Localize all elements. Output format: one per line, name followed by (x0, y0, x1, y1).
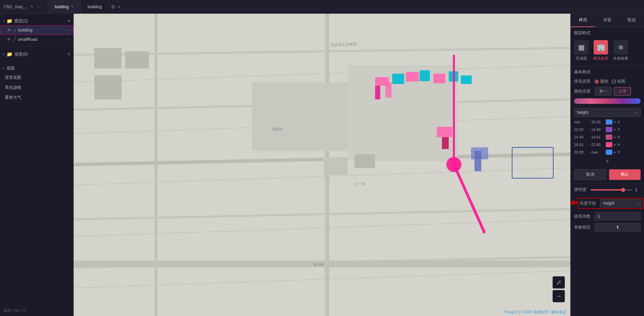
thingjs-link[interactable]: ThingJS (504, 310, 518, 314)
range-4-delete[interactable]: ✕ (617, 150, 620, 155)
tab-building-active[interactable]: building ✎ (48, 0, 80, 14)
opacity-label: 透明度 (574, 187, 588, 193)
fill-texture-radio[interactable] (612, 80, 616, 84)
svg-line-10 (74, 154, 570, 165)
basemap-background-label: 背景底图 (5, 75, 21, 81)
separator-3 (571, 195, 644, 196)
opacity-row: 透明度 1 (571, 185, 644, 194)
fill-label: 填充设置 (574, 78, 593, 84)
range-4-color[interactable] (606, 149, 612, 155)
color-single-btn[interactable]: 单一 (595, 87, 612, 96)
svg-line-9 (74, 99, 570, 110)
opacity-thumb[interactable] (621, 188, 625, 192)
scenes-title: 场景(0) (14, 51, 65, 57)
basemap-item-background[interactable]: 背景底图 (0, 73, 73, 83)
opacity-value: 1 (635, 187, 641, 192)
replace-model-input[interactable]: ⬆ (595, 223, 641, 231)
svg-rect-41 (512, 147, 553, 178)
layers-header[interactable]: ▾ 📁 图层(2) + (0, 16, 73, 25)
file-edit-icon[interactable]: ✎ (30, 5, 33, 9)
range-3-color[interactable] (606, 142, 612, 147)
range-3-arrow[interactable]: ▾ (614, 143, 616, 147)
service-link[interactable]: / 服务条款 (549, 310, 566, 314)
layers-section: ▾ 📁 图层(2) + 👁 ○ building ⋯ 👁 ╱ smallRoad… (0, 14, 73, 47)
red-arrow-icon (570, 199, 578, 207)
color-btn-group: 单一 分类 (595, 87, 631, 96)
svg-rect-26 (385, 82, 392, 98)
layer-smallroad-menu[interactable]: ⋯ (66, 37, 71, 42)
confirm-button[interactable]: 确认 (609, 169, 641, 180)
next-icon: → (556, 293, 562, 300)
scenes-header[interactable]: ▾ 📁 场景(0) + (0, 50, 73, 59)
map-area[interactable]: 北京轻工业学院 复兴路 颐源居 八一湖 ⤢ → ThingJS | ©2018 … (74, 14, 570, 316)
layer-building-menu[interactable]: ⋯ (66, 28, 70, 33)
tab-settings-icon[interactable]: ⚙ (111, 4, 115, 10)
height-dropdown[interactable]: height ▾ (574, 108, 641, 117)
range-4-arrow[interactable]: ▾ (614, 150, 616, 154)
height-arrow-indicator (570, 199, 578, 208)
layer-smallroad-eye[interactable]: 👁 (7, 37, 11, 42)
style-area[interactable]: ▦ 区域面 (574, 40, 589, 61)
layer-smallroad[interactable]: 👁 ╱ smallRoad ⋯ (0, 35, 73, 44)
scenes-add-button[interactable]: + (67, 51, 71, 57)
add-range-button[interactable]: + (571, 156, 644, 167)
separator-2 (571, 183, 644, 184)
tab-data[interactable]: 数据 (620, 14, 644, 27)
sidebar: ▾ 📁 图层(2) + 👁 ○ building ⋯ 👁 ╱ smallRoad… (0, 14, 74, 316)
map-expand-button[interactable]: ⤢ (553, 276, 565, 289)
basemap-item-fog[interactable]: 雾效大气 (0, 93, 73, 102)
tab-building-second-label: building (88, 4, 102, 9)
layer-building-eye[interactable]: 👁 (7, 28, 11, 33)
height-field-input[interactable]: height ▾ (600, 199, 642, 207)
gaode-link[interactable]: ©2018 高德软件 (521, 310, 548, 314)
range-0-delete[interactable]: ✕ (617, 120, 620, 124)
range-row-1: 10.20 - 14.40 ▾ ✕ (571, 126, 644, 133)
range-2-arrow[interactable]: ▾ (614, 135, 616, 139)
style-building[interactable]: 🏢 建筑效果 (593, 40, 608, 61)
range-1-delete[interactable]: ✕ (617, 127, 620, 132)
basemap-fold-arrow: ▾ (3, 66, 4, 70)
svg-rect-15 (94, 48, 122, 69)
svg-rect-17 (94, 75, 122, 99)
svg-point-30 (446, 157, 461, 172)
fill-color-radio[interactable] (595, 80, 599, 84)
basemap-header[interactable]: ▾ 底图 (0, 64, 73, 73)
svg-rect-16 (125, 51, 149, 69)
range-0-color[interactable] (606, 119, 612, 125)
fill-color-label: 颜色 (600, 78, 608, 84)
range-0-arrow[interactable]: ▾ (614, 120, 616, 124)
range-2-delete[interactable]: ✕ (617, 135, 620, 139)
basemap-title: 底图 (7, 65, 71, 71)
range-1-color[interactable] (606, 127, 612, 132)
replace-model-icon: ⬆ (616, 225, 619, 230)
file-menu-icon[interactable]: ⋯ (37, 4, 41, 9)
multiplier-input[interactable]: 1 (595, 212, 641, 220)
style-building-box: 🏢 (594, 40, 608, 54)
svg-rect-27 (437, 127, 452, 137)
tab-building-second[interactable]: building (81, 0, 109, 14)
tab-style[interactable]: 样式 (571, 14, 595, 27)
svg-text:复兴路: 复兴路 (313, 263, 324, 266)
cancel-button[interactable]: 取消 (574, 169, 606, 180)
range-2-to: 18.61 (591, 135, 604, 139)
layers-add-button[interactable]: + (67, 18, 71, 24)
style-water[interactable]: ≋ 水体效果 (613, 40, 628, 61)
range-3-delete[interactable]: ✕ (617, 142, 620, 147)
range-4-dash: - (589, 150, 590, 154)
tab-add-icon[interactable]: + (117, 4, 120, 10)
tab-edit-icon[interactable]: ✎ (71, 5, 74, 9)
map-next-button[interactable]: → (553, 290, 565, 302)
range-2-from: 14.40 (574, 135, 587, 139)
opacity-slider[interactable] (591, 189, 632, 191)
range-1-arrow[interactable]: ▾ (614, 128, 616, 132)
color-classify-btn[interactable]: 分类 (614, 87, 631, 96)
svg-rect-25 (375, 86, 380, 99)
fill-color-option[interactable]: 颜色 (595, 78, 608, 84)
layer-building-name: building (18, 28, 64, 33)
range-2-color[interactable] (606, 134, 612, 140)
fill-texture-option[interactable]: 贴图 (612, 78, 626, 84)
tab-popup[interactable]: 弹窗 (595, 14, 619, 27)
layer-building[interactable]: 👁 ○ building ⋯ (0, 25, 73, 35)
basemap-beautify-label: 美化滤镜 (5, 85, 21, 90)
basemap-item-beautify[interactable]: 美化滤镜 (0, 83, 73, 93)
